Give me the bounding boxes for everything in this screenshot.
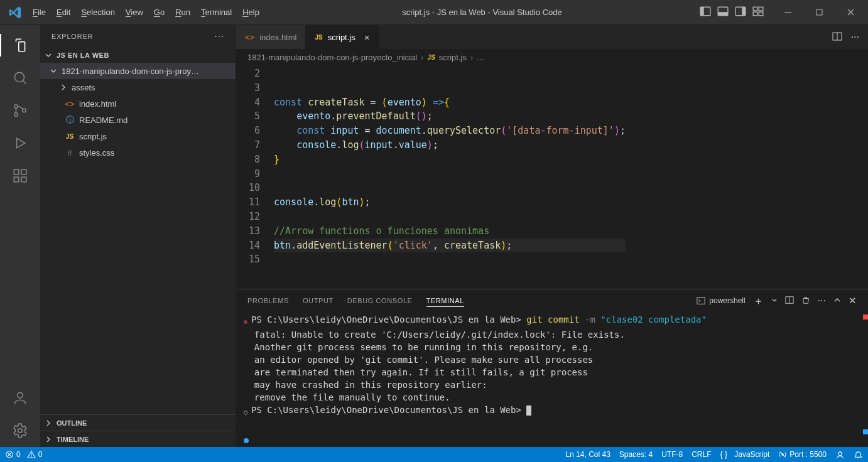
split-terminal-icon[interactable] xyxy=(785,296,794,306)
activity-search-icon[interactable] xyxy=(4,62,36,94)
terminal-shell-label: powershell xyxy=(709,296,745,305)
menu-edit[interactable]: Edit xyxy=(52,5,75,19)
toggle-primary-sidebar-icon[interactable] xyxy=(700,6,711,19)
menu-terminal[interactable]: Terminal xyxy=(196,5,237,19)
braces-icon: { } xyxy=(720,450,727,459)
menu-selection[interactable]: Selection xyxy=(76,5,119,19)
toggle-panel-icon[interactable] xyxy=(717,6,729,19)
sidebar-more-icon[interactable]: ··· xyxy=(214,31,224,42)
tab-bar: <>index.htmlJSscript.js× ··· xyxy=(236,25,868,49)
project-name: JS EN LA WEB xyxy=(57,51,109,59)
customize-layout-icon[interactable] xyxy=(752,6,764,19)
file-styles-css[interactable]: #styles.css xyxy=(40,144,236,161)
project-header[interactable]: JS EN LA WEB xyxy=(40,48,236,63)
tree-entry-label: assets xyxy=(72,83,95,92)
new-terminal-icon[interactable]: ＋ xyxy=(753,294,764,308)
window-close-icon[interactable] xyxy=(838,3,863,23)
outline-label: OUTLINE xyxy=(57,419,87,427)
svg-point-29 xyxy=(31,456,31,457)
kill-terminal-icon[interactable] xyxy=(801,296,810,306)
activity-settings-icon[interactable] xyxy=(4,414,36,447)
activity-extensions-icon[interactable] xyxy=(4,159,36,192)
timeline-header[interactable]: TIMELINE xyxy=(40,431,236,447)
status-cursor[interactable]: Ln 14, Col 43 xyxy=(565,450,610,459)
panel-tab-output[interactable]: OUTPUT xyxy=(303,295,334,306)
svg-rect-9 xyxy=(759,12,763,16)
tree-entry-label: styles.css xyxy=(79,148,114,158)
terminal-cursor xyxy=(526,406,531,416)
tab-label: script.js xyxy=(328,33,355,42)
breadcrumb-tail[interactable]: ... xyxy=(477,53,484,62)
activitybar xyxy=(0,25,40,447)
status-lang[interactable]: { } JavaScript xyxy=(720,450,770,459)
file-index-html[interactable]: <>index.html xyxy=(40,95,236,112)
js-file-icon: JS xyxy=(428,54,435,61)
terminal-profile-indicator[interactable]: powershell xyxy=(697,296,745,305)
status-feedback-icon[interactable] xyxy=(835,450,845,459)
file-README-md[interactable]: ⓘREADME.md xyxy=(40,112,236,128)
status-bell-icon[interactable] xyxy=(854,450,863,459)
panel-tab-debug-console[interactable]: DEBUG CONSOLE xyxy=(347,295,413,306)
status-encoding[interactable]: UTF-8 xyxy=(661,450,683,459)
window-maximize-icon[interactable] xyxy=(806,3,832,23)
root-folder[interactable]: 1821-manipulando-dom-con-js-proy… xyxy=(40,63,236,79)
menubar: FileEditSelectionViewGoRunTerminalHelp xyxy=(28,5,264,19)
line-number-gutter: 23456789101112131415 xyxy=(236,65,274,289)
menu-file[interactable]: File xyxy=(28,5,51,19)
code-editor[interactable]: 23456789101112131415 const createTask = … xyxy=(236,65,868,289)
activity-account-icon[interactable] xyxy=(4,382,36,414)
maximize-panel-icon[interactable] xyxy=(833,296,841,306)
close-tab-icon[interactable]: × xyxy=(364,32,370,43)
svg-point-20 xyxy=(18,392,23,398)
chevron-right-icon xyxy=(44,419,53,427)
folder-assets[interactable]: assets xyxy=(40,79,236,95)
split-editor-icon[interactable] xyxy=(832,31,842,43)
panel-tab-terminal[interactable]: TERMINAL xyxy=(426,295,464,307)
window-minimize-icon[interactable] xyxy=(775,3,800,23)
status-spaces[interactable]: Spaces: 4 xyxy=(619,450,653,459)
terminal-scroll-strip xyxy=(860,312,868,447)
broadcast-icon xyxy=(778,450,787,459)
svg-rect-1 xyxy=(700,7,704,16)
code-lines[interactable]: const createTask = (evento) =>{ evento.p… xyxy=(274,65,626,289)
tree-entry-label: script.js xyxy=(79,132,107,141)
status-live-server[interactable]: Port : 5500 xyxy=(778,450,827,459)
tab-index-html[interactable]: <>index.html xyxy=(236,25,306,49)
outline-header[interactable]: OUTLINE xyxy=(40,414,236,431)
editor-more-icon[interactable]: ··· xyxy=(851,31,859,43)
svg-rect-11 xyxy=(816,9,822,15)
menu-help[interactable]: Help xyxy=(237,5,264,19)
status-eol[interactable]: CRLF xyxy=(692,450,711,459)
panel-tab-problems[interactable]: PROBLEMS xyxy=(247,295,289,306)
minimap[interactable] xyxy=(791,105,860,156)
css-file-icon: # xyxy=(67,148,72,158)
menu-view[interactable]: View xyxy=(121,5,148,19)
close-panel-icon[interactable]: ✕ xyxy=(849,295,857,306)
terminal-dropdown-icon[interactable] xyxy=(771,296,778,305)
activity-explorer-icon[interactable] xyxy=(4,29,36,62)
breadcrumbs[interactable]: 1821-manipulando-dom-con-js-proyecto_ini… xyxy=(236,49,868,65)
tab-script-js[interactable]: JSscript.js× xyxy=(306,25,379,49)
menu-go[interactable]: Go xyxy=(149,5,170,19)
sidebar: EXPLORER ··· JS EN LA WEB 1821-manipulan… xyxy=(40,25,236,447)
svg-rect-5 xyxy=(742,7,746,16)
breadcrumb-file[interactable]: script.js xyxy=(439,53,467,62)
toggle-secondary-sidebar-icon[interactable] xyxy=(735,6,746,19)
terminal-body[interactable]: ⊗PS C:\Users\leidy\OneDrive\Documentos\J… xyxy=(236,312,868,447)
status-errors[interactable]: 0 0 xyxy=(5,450,42,459)
tab-label: index.html xyxy=(259,33,296,42)
menu-run[interactable]: Run xyxy=(170,5,195,19)
file-script-js[interactable]: JSscript.js xyxy=(40,128,236,144)
vscode-logo-icon xyxy=(5,6,25,19)
html-file-icon: <> xyxy=(65,99,74,109)
tree-entry-label: index.html xyxy=(79,99,116,109)
activity-run-debug-icon[interactable] xyxy=(4,127,36,159)
activity-scm-icon[interactable] xyxy=(4,94,36,127)
svg-point-15 xyxy=(23,109,26,112)
panel-more-icon[interactable]: ··· xyxy=(818,295,826,306)
statusbar: 0 0 Ln 14, Col 43 Spaces: 4 UTF-8 CRLF {… xyxy=(0,447,868,462)
status-error-count: 0 xyxy=(16,450,21,459)
breadcrumb-path[interactable]: 1821-manipulando-dom-con-js-proyecto_ini… xyxy=(247,53,417,62)
svg-rect-16 xyxy=(14,169,19,175)
editor-group: <>index.htmlJSscript.js× ··· 1821-manipu… xyxy=(236,25,868,447)
